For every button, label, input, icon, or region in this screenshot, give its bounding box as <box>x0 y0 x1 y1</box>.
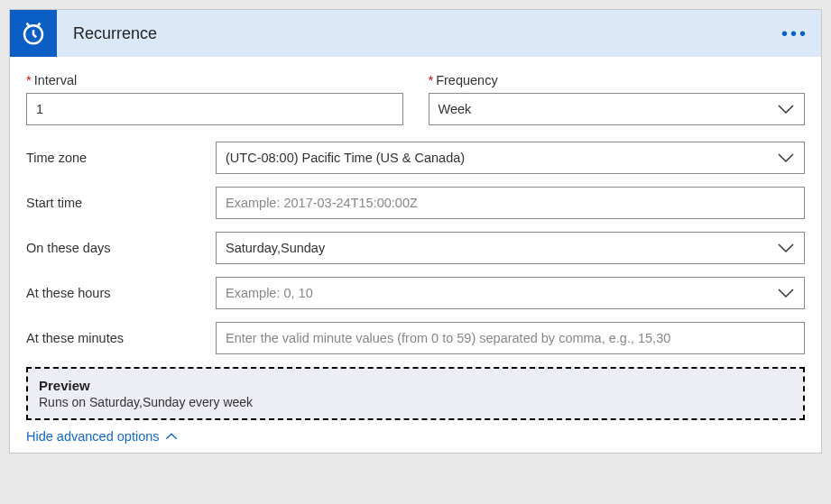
interval-input[interactable] <box>26 93 403 125</box>
more-menu-button[interactable]: ••• <box>781 23 808 44</box>
frequency-select[interactable]: Week <box>429 93 806 125</box>
minutes-input[interactable] <box>216 322 805 354</box>
hide-advanced-options-link[interactable]: Hide advanced options <box>26 429 178 444</box>
clock-icon <box>20 20 47 47</box>
days-label: On these days <box>26 241 216 255</box>
hours-placeholder: Example: 0, 10 <box>226 286 770 300</box>
start-time-label: Start time <box>26 196 216 210</box>
chevron-up-icon <box>165 432 178 441</box>
hours-label: At these hours <box>26 286 216 300</box>
frequency-label: *Frequency <box>429 73 806 87</box>
preview-box: Preview Runs on Saturday,Sunday every we… <box>26 367 805 420</box>
hide-advanced-label: Hide advanced options <box>26 429 160 444</box>
preview-title: Preview <box>39 378 792 393</box>
days-value: Saturday,Sunday <box>226 241 770 255</box>
interval-label: *Interval <box>26 73 403 87</box>
card-header: Recurrence ••• <box>10 10 821 57</box>
minutes-label: At these minutes <box>26 331 216 345</box>
chevron-down-icon <box>777 242 795 254</box>
start-time-input[interactable] <box>216 187 805 219</box>
chevron-down-icon <box>777 151 795 164</box>
chevron-down-icon <box>777 103 795 115</box>
timezone-select[interactable]: (UTC-08:00) Pacific Time (US & Canada) <box>216 142 805 174</box>
card-title: Recurrence <box>73 24 781 43</box>
days-select[interactable]: Saturday,Sunday <box>216 232 805 264</box>
chevron-down-icon <box>777 287 795 299</box>
timezone-label: Time zone <box>26 151 216 165</box>
card-body: *Interval *Frequency Week Time zone (UTC… <box>10 57 821 453</box>
recurrence-card: Recurrence ••• *Interval *Frequency Week… <box>9 9 822 454</box>
preview-text: Runs on Saturday,Sunday every week <box>39 395 792 409</box>
frequency-value: Week <box>439 102 771 116</box>
hours-select[interactable]: Example: 0, 10 <box>216 277 805 309</box>
timezone-value: (UTC-08:00) Pacific Time (US & Canada) <box>226 151 770 165</box>
recurrence-icon-tile <box>10 10 57 57</box>
